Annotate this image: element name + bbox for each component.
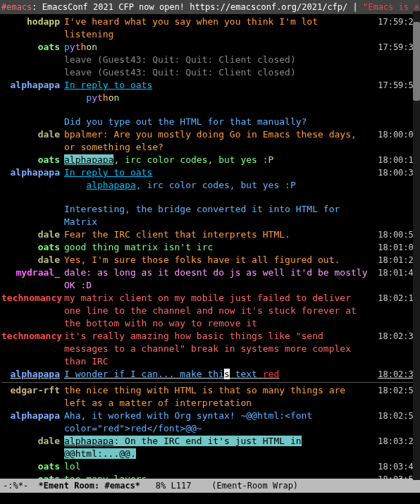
- message-text: alphapapa, irc color codes, but yes :P: [64, 154, 375, 166]
- chat-message: dale alphapapa: On the IRC end it's just…: [1, 435, 420, 460]
- nick[interactable]: oats: [1, 460, 64, 473]
- chat-message-current: alphapapa I wonder if I can... make this…: [1, 368, 420, 381]
- system-message: leave (Guest43: Quit: Quit: Client close…: [1, 66, 420, 79]
- reply-link[interactable]: In reply to: [64, 80, 130, 90]
- system-message: leave (Guest43: Quit: Quit: Client close…: [1, 54, 420, 66]
- chat-message: oats python 17:59:31: [1, 41, 420, 54]
- nick[interactable]: alphapapa: [1, 166, 64, 179]
- mention[interactable]: alphapapa: [64, 436, 113, 446]
- chat-message: alphapapa Aha, it worked with Org syntax…: [1, 410, 420, 435]
- nick[interactable]: oats: [1, 241, 64, 254]
- message-text: the nice thing with HTML is that so many…: [64, 384, 375, 410]
- nick[interactable]: technomancy: [1, 330, 64, 343]
- chat-message: technomancy my matrix client on my mobil…: [1, 292, 420, 330]
- chat-message: alphapapa In reply to oats python 17:59:…: [1, 79, 420, 104]
- message-text: good thing matrix isn't irc: [64, 241, 375, 254]
- chat-message: alphapapa In reply to oats alphapapa, ir…: [1, 166, 420, 192]
- chat-message: Did you type out the HTML for that manua…: [1, 116, 420, 128]
- chat-message: dale bpalmer: Are you mostly doing Go in…: [1, 128, 420, 154]
- scrollbar-thumb[interactable]: [413, 22, 420, 101]
- mention-link[interactable]: alphapapa: [86, 180, 135, 190]
- nick[interactable]: hodapp: [1, 16, 64, 28]
- mention[interactable]: alphapapa: [64, 154, 113, 165]
- message-text: my matrix client on my mobile just faile…: [64, 292, 375, 330]
- message-text: lol: [64, 460, 375, 473]
- message-text: python: [64, 41, 375, 54]
- line-number: L117: [171, 481, 191, 491]
- nick[interactable]: dale: [1, 254, 64, 266]
- chat-area[interactable]: hodapp I've heard what you say when you …: [0, 14, 420, 479]
- nick[interactable]: alphapapa: [1, 79, 64, 92]
- message-text: dale: as long as it doesnt do js as well…: [64, 266, 375, 292]
- message-text: Fear the IRC client that interprets HTML…: [64, 228, 375, 241]
- message-text: In reply to oats python: [64, 79, 375, 104]
- chat-message: hodapp I've heard what you say when you …: [1, 16, 420, 41]
- message-text: too many layers: [64, 473, 375, 479]
- chat-message: dale Yes, I'm sure those folks have it a…: [1, 254, 420, 266]
- nick[interactable]: dale: [1, 435, 64, 448]
- nick[interactable]: oats: [1, 473, 64, 479]
- scrollbar[interactable]: [413, 11, 420, 480]
- chat-message: oats good thing matrix isn't irc 18:01:0…: [1, 241, 420, 254]
- nick[interactable]: oats: [1, 154, 64, 166]
- nick[interactable]: oats: [1, 41, 64, 54]
- buffer-name: *Ement Room: #emacs*: [39, 481, 141, 491]
- reply-target[interactable]: oats: [130, 167, 152, 178]
- minibuffer[interactable]: [0, 493, 420, 504]
- message-text: alphapapa: On the IRC end it's just HTML…: [64, 435, 375, 460]
- message-text: I've heard what you say when you think I…: [64, 16, 375, 41]
- chat-message: technomancy it's really amazing how basi…: [1, 330, 420, 368]
- reply-target[interactable]: oats: [130, 80, 152, 90]
- reply-link[interactable]: In reply to: [64, 167, 130, 178]
- nick[interactable]: dale: [1, 128, 64, 141]
- nick[interactable]: alphapapa: [1, 368, 64, 381]
- nick[interactable]: edgar-rft: [1, 384, 64, 397]
- separator-line: [1, 382, 420, 383]
- chat-message: edgar-rft the nice thing with HTML is th…: [1, 384, 420, 410]
- message-text: Yes, I'm sure those folks have it all fi…: [64, 254, 375, 266]
- nick[interactable]: alphapapa: [1, 410, 64, 422]
- nick[interactable]: dale: [1, 228, 64, 241]
- message-text: I wonder if I can... make this text red: [64, 368, 375, 381]
- text-cursor: s: [224, 369, 230, 379]
- channel-name: #emacs: [1, 2, 32, 12]
- chat-message: oats lol 18:03:46: [1, 460, 420, 473]
- header-topic: #emacs: EmacsConf 2021 CFP now open! htt…: [0, 0, 420, 14]
- chat-message: oats too many layers 18:03:52: [1, 473, 420, 479]
- message-text: In reply to oats alphapapa, irc color co…: [64, 166, 375, 192]
- scroll-percent: 8%: [156, 481, 166, 491]
- chat-message: mydraal_ dale: as long as it doesnt do j…: [1, 266, 420, 292]
- chat-message: Interesting, the bridge converted it int…: [1, 203, 420, 228]
- message-text: Aha, it worked with Org syntax! ~@@html:…: [64, 410, 375, 435]
- chat-message: oats alphapapa, irc color codes, but yes…: [1, 154, 420, 166]
- major-mode: (Ement-Room Wrap): [211, 481, 298, 491]
- message-text: bpalmer: Are you mostly doing Go in Emac…: [64, 128, 375, 154]
- nick[interactable]: technomancy: [1, 292, 64, 305]
- mode-line: -:%*- *Ement Room: #emacs* 8% L117 (Emen…: [0, 479, 420, 493]
- nick[interactable]: mydraal_: [1, 266, 64, 279]
- message-text: it's really amazing how basic things lik…: [64, 330, 375, 368]
- chat-message: dale Fear the IRC client that interprets…: [1, 228, 420, 241]
